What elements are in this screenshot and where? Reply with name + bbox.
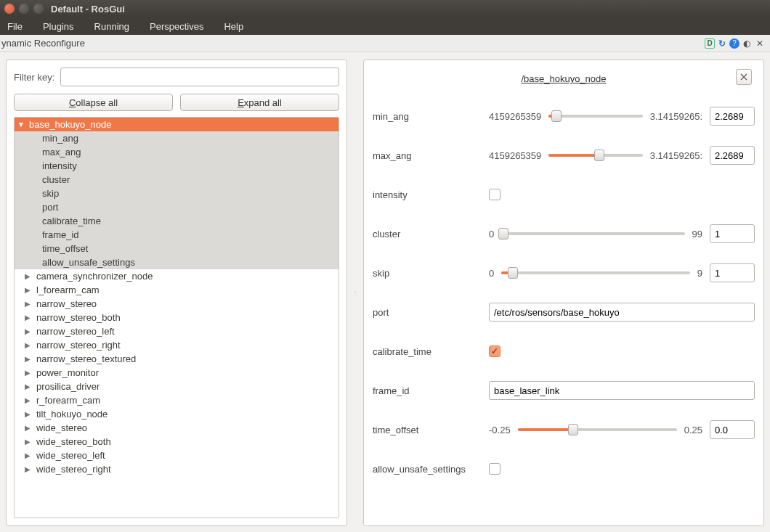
tree-node[interactable]: ▶wide_stereo — [15, 421, 339, 435]
tree-node[interactable]: ▶narrow_stereo_left — [15, 324, 339, 338]
menu-perspectives[interactable]: Perspectives — [147, 19, 206, 34]
value-input[interactable] — [710, 107, 755, 126]
text-input[interactable] — [489, 381, 755, 400]
range-min: 4159265359 — [489, 150, 541, 161]
slider[interactable] — [548, 110, 642, 123]
slider-thumb[interactable] — [508, 267, 518, 279]
menu-help[interactable]: Help — [221, 19, 246, 34]
close-icon — [739, 73, 748, 81]
tree-node[interactable]: ▶narrow_stereo_textured — [15, 352, 339, 366]
filter-input[interactable] — [60, 67, 339, 86]
tree-node[interactable]: ▶power_monitor — [15, 366, 339, 380]
param-row-cluster: cluster099 — [373, 219, 755, 248]
tree-node[interactable]: ▶wide_stereo_both — [15, 435, 339, 449]
refresh-icon[interactable]: ↻ — [716, 38, 728, 49]
window-maximize-icon[interactable] — [33, 4, 44, 14]
window-titlebar: Default - RosGui — [0, 0, 770, 17]
tree-child[interactable]: port — [15, 200, 339, 214]
tree-node[interactable]: ▶narrow_stereo_both — [15, 311, 339, 324]
slider-thumb[interactable] — [568, 424, 578, 435]
tree-child[interactable]: calibrate_time — [15, 214, 339, 228]
slider-thumb[interactable] — [551, 110, 562, 122]
range-max: 3.14159265: — [650, 150, 702, 161]
tree-node[interactable]: ▶narrow_stereo_right — [15, 338, 339, 352]
tree-node[interactable]: ▶wide_stereo_left — [15, 449, 339, 462]
text-input[interactable] — [489, 303, 755, 322]
param-row-port: port — [373, 298, 755, 327]
range-min: 4159265359 — [489, 111, 541, 122]
checkbox[interactable] — [489, 463, 500, 475]
param-label: calibrate_time — [373, 346, 489, 357]
tree-child[interactable]: time_offset — [15, 242, 339, 255]
node-tree[interactable]: ▼base_hokuyo_nodemin_angmax_angintensity… — [14, 117, 339, 518]
slider-thumb[interactable] — [498, 228, 508, 240]
tree-child[interactable]: skip — [15, 187, 339, 200]
checkbox[interactable] — [489, 189, 500, 200]
slider[interactable] — [518, 423, 677, 436]
tree-node[interactable]: ▶prosilica_driver — [15, 380, 339, 393]
close-parameters-button[interactable] — [736, 69, 752, 85]
param-row-skip: skip09 — [373, 258, 755, 287]
tree-node[interactable]: ▶tilt_hokuyo_node — [15, 407, 339, 421]
plugin-toolbar: ynamic Reconfigure D ↻ ? ◐ ✕ — [0, 35, 770, 52]
help-icon[interactable]: ? — [729, 38, 739, 49]
dock-icon[interactable]: D — [705, 38, 715, 49]
tree-node[interactable]: ▶narrow_stereo — [15, 297, 339, 311]
close-plugin-icon[interactable]: ✕ — [754, 38, 766, 49]
tree-node-selected[interactable]: ▼base_hokuyo_node — [15, 118, 339, 131]
menubar: File Plugins Running Perspectives Help — [0, 17, 770, 35]
tree-child[interactable]: allow_unsafe_settings — [15, 255, 339, 269]
splitter-handle[interactable]: ⋮ — [353, 60, 357, 526]
slider-thumb[interactable] — [594, 150, 604, 161]
param-label: max_ang — [373, 150, 489, 161]
param-row-min_ang: min_ang41592653593.14159265: — [373, 102, 755, 131]
window-title: Default - RosGui — [51, 4, 125, 15]
range-min: 0 — [489, 229, 494, 240]
plugin-title: ynamic Reconfigure — [0, 38, 85, 49]
range-max: 99 — [692, 229, 702, 240]
expand-all-button[interactable]: Expand all — [180, 94, 339, 111]
tree-node[interactable]: ▶camera_synchronizer_node — [15, 269, 339, 283]
param-row-calibrate_time: calibrate_time — [373, 337, 755, 366]
param-label: intensity — [373, 189, 489, 200]
tree-node[interactable]: ▶wide_stereo_right — [15, 462, 339, 476]
range-max: 9 — [697, 268, 702, 279]
param-label: cluster — [373, 229, 489, 240]
value-input[interactable] — [710, 263, 755, 282]
param-label: allow_unsafe_settings — [373, 464, 489, 475]
slider[interactable] — [501, 266, 690, 279]
tree-child[interactable]: max_ang — [15, 145, 339, 159]
window-minimize-icon[interactable] — [19, 4, 29, 14]
tree-child[interactable]: frame_id — [15, 228, 339, 242]
range-max: 0.25 — [684, 425, 702, 435]
value-input[interactable] — [710, 224, 755, 243]
param-row-time_offset: time_offset-0.250.25 — [373, 415, 755, 444]
menu-plugins[interactable]: Plugins — [40, 19, 77, 34]
tree-node[interactable]: ▶r_forearm_cam — [15, 393, 339, 407]
tree-child[interactable]: min_ang — [15, 131, 339, 145]
param-row-max_ang: max_ang41592653593.14159265: — [373, 141, 755, 170]
range-min: -0.25 — [489, 425, 511, 435]
slider[interactable] — [548, 149, 642, 162]
range-min: 0 — [489, 268, 494, 279]
tree-child[interactable]: intensity — [15, 159, 339, 173]
tree-panel: Filter key: Collapse all Expand all ▼bas… — [6, 60, 347, 526]
tree-node[interactable]: ▶l_forearm_cam — [15, 283, 339, 297]
value-input[interactable] — [710, 146, 755, 165]
filter-label: Filter key: — [14, 72, 54, 83]
window-close-icon[interactable] — [4, 4, 15, 14]
param-label: time_offset — [373, 425, 489, 435]
slider[interactable] — [501, 227, 684, 240]
menu-running[interactable]: Running — [92, 19, 132, 34]
value-input[interactable] — [710, 420, 755, 439]
settings-icon[interactable]: ◐ — [741, 38, 753, 49]
param-label: frame_id — [373, 385, 489, 396]
param-label: skip — [373, 268, 489, 279]
collapse-all-button[interactable]: Collapse all — [14, 94, 173, 111]
parameters-title: /base_hokuyo_node — [521, 72, 606, 84]
tree-child[interactable]: cluster — [15, 173, 339, 187]
param-row-intensity: intensity — [373, 180, 755, 209]
param-row-frame_id: frame_id — [373, 376, 755, 405]
menu-file[interactable]: File — [4, 19, 25, 34]
checkbox[interactable] — [489, 345, 500, 357]
